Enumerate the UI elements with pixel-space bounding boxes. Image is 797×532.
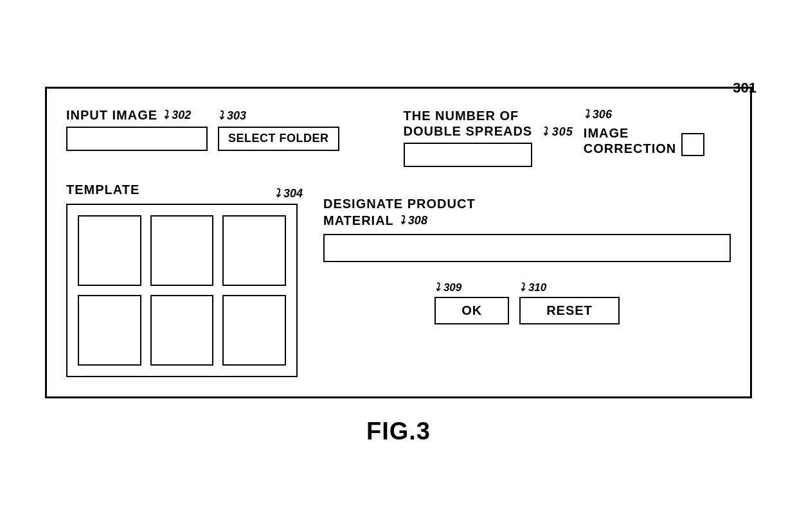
double-spreads-label-line1: THE NUMBER OF <box>404 108 573 123</box>
double-spreads-ref: ⤵ 305 <box>542 125 573 138</box>
ref-301-label: 301 <box>733 80 757 96</box>
designate-label-line1: DESIGNATE PRODUCT <box>323 195 476 212</box>
template-cell-6[interactable] <box>222 295 286 366</box>
buttons-row: ⤵ 309 OK ⤵ 310 RESET <box>323 281 731 324</box>
input-image-group: INPUT IMAGE ⤵ 302 ⤵ 303 SELECT FOLDER <box>66 108 339 151</box>
double-spreads-label-row: THE NUMBER OF DOUBLE SPREADS ⤵ 305 <box>404 108 573 139</box>
template-cell-4[interactable] <box>78 295 141 366</box>
ok-btn-ref: ⤵ 309 <box>434 281 461 294</box>
template-cell-5[interactable] <box>150 295 214 366</box>
ok-btn-group: ⤵ 309 OK <box>434 281 509 324</box>
template-cell-3[interactable] <box>222 215 286 286</box>
input-image-label: INPUT IMAGE <box>66 108 157 123</box>
image-correction-checkbox[interactable] <box>681 133 704 156</box>
image-correction-label-line2: CORRECTION <box>584 141 676 156</box>
input-image-field[interactable] <box>66 127 208 151</box>
designate-ref-row: MATERIAL ⤵ 308 <box>323 212 476 229</box>
template-section: TEMPLATE ⤵ 304 <box>66 182 298 377</box>
reset-btn-ref: ⤵ 310 <box>519 281 546 294</box>
template-label-row: TEMPLATE <box>66 182 298 197</box>
double-spreads-field[interactable] <box>404 143 532 167</box>
dialog-box: 301 INPUT IMAGE ⤵ 302 ⤵ 303 SELECT FOLDE… <box>45 87 752 399</box>
select-folder-ref: ⤵ 303 <box>218 109 246 123</box>
designate-product-field[interactable] <box>323 234 731 262</box>
template-cell-1[interactable] <box>78 215 141 286</box>
image-correction-label-line1: IMAGE <box>584 125 676 141</box>
template-grid-wrapper: ⤵ 304 <box>66 204 298 377</box>
ok-button[interactable]: OK <box>434 297 509 324</box>
page-wrapper: 301 INPUT IMAGE ⤵ 302 ⤵ 303 SELECT FOLDE… <box>0 67 797 465</box>
reset-button[interactable]: RESET <box>519 297 620 324</box>
input-image-label-row: INPUT IMAGE ⤵ 302 <box>66 108 208 123</box>
select-folder-button[interactable]: SELECT FOLDER <box>218 127 339 151</box>
double-spreads-label-line2: DOUBLE SPREADS ⤵ 305 <box>404 123 573 139</box>
double-spreads-section: THE NUMBER OF DOUBLE SPREADS ⤵ 305 <box>404 108 573 168</box>
image-correction-ref: ⤵ 306 <box>584 108 612 121</box>
select-folder-section: ⤵ 303 SELECT FOLDER <box>218 109 339 151</box>
designate-section: DESIGNATE PRODUCT MATERIAL ⤵ 308 <box>323 195 731 262</box>
middle-row: TEMPLATE ⤵ 304 <box>66 182 731 377</box>
top-row: INPUT IMAGE ⤵ 302 ⤵ 303 SELECT FOLDER <box>66 108 731 168</box>
designate-ref: ⤵ 308 <box>399 214 427 227</box>
template-grid <box>78 215 286 366</box>
figure-caption: FIG.3 <box>366 418 431 445</box>
template-ref: ⤵ 304 <box>274 187 303 200</box>
image-correction-section: ⤵ 306 IMAGE CORRECTION <box>584 108 704 156</box>
template-label: TEMPLATE <box>66 182 139 197</box>
input-image-section: INPUT IMAGE ⤵ 302 <box>66 108 208 151</box>
designate-label-row: DESIGNATE PRODUCT MATERIAL ⤵ 308 <box>323 195 731 229</box>
right-section: DESIGNATE PRODUCT MATERIAL ⤵ 308 ⤵ 309 O <box>323 182 731 324</box>
reset-btn-group: ⤵ 310 RESET <box>519 281 620 324</box>
template-cell-2[interactable] <box>150 215 214 286</box>
input-image-ref: ⤵ 302 <box>163 109 191 122</box>
designate-label-line2: MATERIAL <box>323 212 394 229</box>
select-folder-ref-row: ⤵ 303 <box>218 109 339 123</box>
